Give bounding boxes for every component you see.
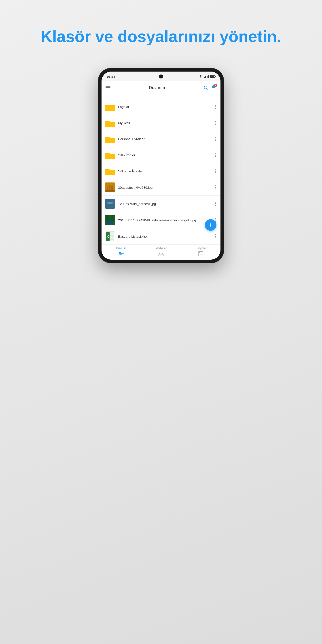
phone-frame: 06:33 bbox=[98, 68, 224, 263]
file-name: Logolar bbox=[118, 105, 214, 109]
folder-icon bbox=[105, 167, 115, 175]
list-item[interactable]: 30agustostrkiye680.jpg bbox=[102, 179, 220, 196]
file-name: My Wall bbox=[118, 121, 214, 125]
status-icons bbox=[198, 75, 215, 78]
folder-icon bbox=[105, 103, 115, 111]
fab-plus-icon: + bbox=[209, 222, 212, 228]
nav-label-kisayollar: Kısayollar bbox=[195, 247, 206, 250]
list-item[interactable]: X Başvuru Listesi.xlsx bbox=[102, 228, 220, 245]
hamburger-line-3 bbox=[106, 89, 110, 89]
file-thumbnail bbox=[105, 199, 115, 209]
more-options-icon[interactable] bbox=[214, 152, 217, 158]
file-thumbnail: X bbox=[105, 232, 115, 241]
nav-item-kisayollar[interactable]: Kısayollar bbox=[181, 247, 220, 257]
more-options-icon[interactable] bbox=[214, 184, 217, 190]
list-item[interactable]: My Wall bbox=[102, 115, 220, 131]
header-actions: 2 bbox=[204, 84, 216, 91]
nav-label-medyalar: Medyalar bbox=[156, 247, 166, 250]
list-item[interactable]: Personel Evrakları bbox=[102, 131, 220, 147]
more-options-icon[interactable] bbox=[214, 168, 217, 174]
more-options-icon[interactable] bbox=[214, 201, 217, 206]
nav-label-duvarim: Duvarım bbox=[116, 247, 126, 250]
list-item[interactable]: 20180911142742048_sahinkaya-kanyonu-logo… bbox=[102, 212, 220, 228]
svg-rect-18 bbox=[106, 215, 109, 222]
bottom-nav: Duvarım Medyalar bbox=[102, 245, 220, 260]
file-name: 20180911142742048_sahinkaya-kanyonu-logo… bbox=[118, 218, 214, 222]
page-headline: Klasör ve dosyalarınızı yönetin. bbox=[23, 27, 299, 46]
app-header: Duvarım 2 bbox=[102, 82, 220, 94]
status-bar: 06:33 bbox=[102, 72, 220, 82]
bell-badge: 2 bbox=[214, 84, 217, 87]
fab-add-button[interactable]: + bbox=[205, 219, 216, 231]
file-thumbnail bbox=[105, 215, 115, 225]
more-options-icon[interactable] bbox=[214, 104, 217, 110]
list-item[interactable]: Yıllık İzinler bbox=[102, 147, 220, 163]
svg-point-12 bbox=[106, 204, 114, 206]
folder-icon bbox=[105, 119, 115, 127]
menu-icon[interactable] bbox=[106, 86, 110, 89]
file-name: 30agustostrkiye680.jpg bbox=[118, 185, 214, 190]
file-name: Personel Evrakları bbox=[118, 137, 214, 141]
nav-icon-kisayollar bbox=[198, 251, 204, 257]
svg-text:X: X bbox=[107, 235, 109, 238]
svg-point-14 bbox=[107, 202, 113, 204]
more-options-icon[interactable] bbox=[214, 136, 217, 142]
svg-line-1 bbox=[207, 88, 208, 90]
camera-notch bbox=[159, 74, 163, 78]
page-wrapper: Klasör ve dosyalarınızı yönetin. 06:33 bbox=[0, 0, 322, 644]
phone-screen: 06:33 bbox=[102, 72, 220, 260]
hamburger-line-2 bbox=[106, 88, 110, 88]
file-name: Yükleme İstekleri bbox=[118, 169, 214, 174]
svg-rect-37 bbox=[198, 252, 203, 256]
folder-icon bbox=[105, 135, 115, 143]
bell-wrapper[interactable]: 2 bbox=[211, 84, 216, 91]
nav-icon-medyalar bbox=[158, 251, 164, 257]
list-item[interactable]: Logolar bbox=[102, 99, 220, 115]
battery-icon bbox=[210, 75, 215, 78]
file-list: Logolar My Wall bbox=[102, 99, 220, 245]
nav-item-duvarim[interactable]: Duvarım bbox=[102, 247, 141, 257]
svg-rect-19 bbox=[111, 215, 114, 222]
file-name: 1200px-Wild_horses1.jpg bbox=[118, 202, 214, 206]
nav-item-medyalar[interactable]: Medyalar bbox=[141, 247, 181, 257]
header-title: Duvarım bbox=[149, 85, 165, 90]
wifi-icon bbox=[198, 75, 202, 78]
svg-point-35 bbox=[159, 255, 160, 255]
more-options-icon[interactable] bbox=[214, 120, 217, 126]
status-time: 06:33 bbox=[107, 75, 116, 78]
svg-point-36 bbox=[162, 255, 163, 255]
folder-icon bbox=[105, 151, 115, 159]
nav-icon-duvarim bbox=[118, 251, 124, 257]
hamburger-line-1 bbox=[106, 86, 110, 86]
svg-rect-9 bbox=[105, 190, 115, 192]
partial-top-divider bbox=[102, 94, 220, 99]
file-thumbnail bbox=[105, 182, 115, 192]
list-item[interactable]: Yükleme İstekleri bbox=[102, 163, 220, 179]
more-options-icon[interactable] bbox=[214, 234, 217, 239]
signal-icon bbox=[204, 75, 209, 78]
search-icon[interactable] bbox=[204, 85, 208, 90]
file-name: Başvuru Listesi.xlsx bbox=[118, 234, 214, 239]
file-name: Yıllık İzinler bbox=[118, 153, 214, 158]
list-item[interactable]: 1200px-Wild_horses1.jpg bbox=[102, 196, 220, 212]
